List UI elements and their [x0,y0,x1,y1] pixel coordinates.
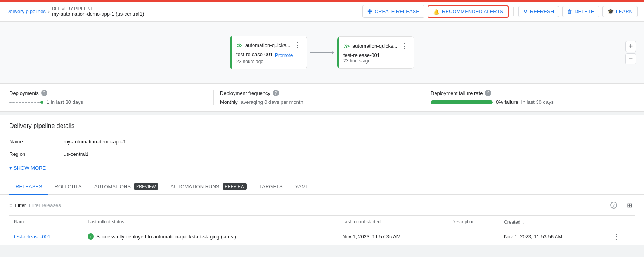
detail-name-label: Name [9,139,64,145]
delete-label: DELETE [575,9,594,14]
node-2-title: ≫ automation-quicks... [343,42,397,50]
orange-top-bar [0,0,644,2]
help-icon: ? [610,202,617,209]
deployments-help-icon[interactable]: ? [41,90,47,96]
create-release-label: CREATE RELEASE [375,9,419,14]
tab-releases-label: RELEASES [16,184,42,190]
dot-green [40,101,43,104]
release-name-link[interactable]: test-release-001 [14,234,50,240]
pipeline-nodes: ≫ automation-quicks... ⋮ test-release-00… [230,36,414,69]
col-header-name: Name [9,216,83,228]
show-more-label: SHOW MORE [14,165,46,171]
refresh-label: REFRESH [530,9,554,14]
failure-rate-help-icon[interactable]: ? [485,90,491,96]
release-description-cell [447,228,499,245]
release-status: ✓ Successfully deployed to automation-qu… [88,233,333,240]
col-header-actions [608,216,635,228]
filter-placeholder: Filter releases [29,202,61,208]
node-2-icon: ≫ [343,42,350,50]
tab-targets-label: TARGETS [259,184,282,190]
releases-table: Name Last rollout status Last rollout st… [9,216,635,245]
dot-3 [16,102,18,103]
dot-10 [37,102,40,103]
columns-icon-button[interactable]: ⊞ [624,200,635,210]
plus-icon: ✚ [367,8,372,15]
node-1-header: ≫ automation-quicks... ⋮ [236,41,301,49]
releases-table-section: ≡ Filter Filter releases ? ⊞ Name Last r… [0,195,644,245]
frequency-label-text: Deployment frequency [220,90,270,96]
delete-button[interactable]: 🗑 DELETE [562,6,599,17]
dot-5 [22,102,24,103]
tab-automations-label: AUTOMATIONS [94,184,131,190]
dot-2 [12,102,15,103]
frequency-help-icon[interactable]: ? [273,90,279,96]
help-icon-button[interactable]: ? [608,200,619,210]
tab-automations[interactable]: AUTOMATIONS PREVIEW [88,179,164,195]
arrow-line [310,52,334,53]
chevron-down-icon: ▾ [9,165,12,171]
breadcrumb-separator: › [48,9,50,14]
breadcrumb-parent[interactable]: Delivery pipelines [6,9,46,14]
detail-row-name: Name my-automation-demo-app-1 [9,136,242,148]
dot-9 [34,102,36,103]
bell-icon: 🔔 [433,9,440,15]
create-release-button[interactable]: ✚ CREATE RELEASE [362,5,424,18]
detail-row-region: Region us-central1 [9,148,242,160]
tab-automations-badge: PREVIEW [134,183,158,190]
recommended-alerts-button[interactable]: 🔔 RECOMMENDED ALERTS [428,5,509,18]
release-name-cell: test-release-001 [9,228,83,245]
dot-1 [9,102,12,103]
node-1-promote-button[interactable]: Promote [275,53,293,58]
tab-automation-runs-label: AUTOMATION RUNS [171,184,220,190]
toolbar-divider [513,7,514,16]
node-2-more-button[interactable]: ⋮ [401,41,408,50]
details-section: Delivery pipeline details Name my-automa… [0,115,644,179]
refresh-icon: ↻ [523,9,528,14]
deployments-stat: Deployments ? 1 in last 30 days [9,90,214,105]
release-actions-cell: ⋮ [608,228,635,245]
release-created: Nov 1, 2023, 11:53:56 AM [504,234,562,240]
show-more-button[interactable]: ▾ SHOW MORE [9,165,635,171]
failure-rate-bar-bg [431,100,493,104]
row-more-button[interactable]: ⋮ [613,233,620,240]
tab-yaml[interactable]: YAML [289,179,315,195]
details-title: Delivery pipeline details [9,122,635,129]
node-2-name: automation-quicks... [352,43,397,49]
failure-rate-label: Deployment failure rate ? [431,90,628,96]
node-1-release-row: test-release-001 Promote [236,52,301,59]
deployments-dots [9,101,43,104]
col-header-created: Created ↓ [499,216,608,228]
filter-icon: ≡ [9,202,12,208]
top-bar-actions: ✚ CREATE RELEASE 🔔 RECOMMENDED ALERTS ↻ … [362,5,638,18]
zoom-in-button[interactable]: + [625,41,636,52]
tab-targets[interactable]: TARGETS [253,179,289,195]
node-1-more-button[interactable]: ⋮ [294,41,301,49]
pipeline-node-1: ≫ automation-quicks... ⋮ test-release-00… [230,36,307,69]
tab-automation-runs[interactable]: AUTOMATION RUNS PREVIEW [164,179,253,195]
recommended-alerts-label: RECOMMENDED ALERTS [442,9,503,14]
detail-region-value: us-central1 [64,151,88,157]
release-status-text: Successfully deployed to automation-quic… [96,234,236,240]
refresh-button[interactable]: ↻ REFRESH [518,6,559,17]
breadcrumb-current-value: my-automation-demo-app-1 (us-central1) [52,11,144,17]
zoom-out-button[interactable]: − [625,53,636,64]
table-toolbar: ≡ Filter Filter releases ? ⊞ [9,195,635,216]
sort-icon[interactable]: ↓ [522,219,525,225]
node-2-time: 23 hours ago [343,58,408,64]
failure-rate-label-text: Deployment failure rate [431,90,483,96]
learn-button[interactable]: 🎓 LEARN [602,6,638,17]
tab-releases[interactable]: RELEASES [9,179,48,195]
zoom-controls: + − [625,41,636,64]
failure-rate-bar-fill [431,100,493,104]
filter-button[interactable]: ≡ Filter [9,202,26,208]
table-header-row: Name Last rollout status Last rollout st… [9,216,635,228]
breadcrumb: Delivery pipelines › DELIVERY PIPELINE m… [6,6,144,17]
release-status-cell: ✓ Successfully deployed to automation-qu… [83,228,338,245]
pipeline-arrow [310,52,334,53]
deployments-value: 1 in last 30 days [9,99,207,105]
top-bar: Delivery pipelines › DELIVERY PIPELINE m… [0,2,644,22]
dot-7 [28,102,30,103]
col-header-description: Description [447,216,499,228]
tab-rollouts[interactable]: ROLLOUTS [48,179,88,195]
failure-rate-value: 0% failure in last 30 days [431,99,628,105]
